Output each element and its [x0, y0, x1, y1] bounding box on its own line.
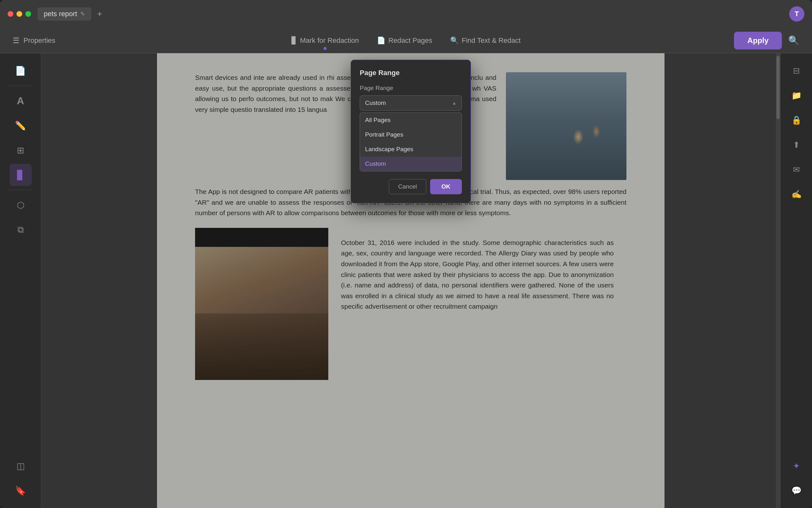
dialog-title: Page Range [360, 69, 462, 77]
search-button[interactable]: 🔍 [788, 35, 799, 46]
document-tab[interactable]: pets report ✎ [37, 7, 91, 20]
sidebar-bottom: ◫ 🔖 [9, 455, 32, 502]
sidebar-item-redact[interactable]: ▊ [9, 164, 32, 186]
properties-button[interactable]: ☰ Properties [13, 36, 55, 45]
sidebar-item-stamp[interactable]: ⬡ [9, 194, 32, 216]
right-sidebar-sign[interactable]: ✍ [785, 183, 808, 205]
option-all-pages[interactable]: All Pages [360, 113, 462, 127]
toolbar-left: ☰ Properties [13, 36, 55, 45]
sidebar-item-layers[interactable]: ⊞ [9, 139, 32, 161]
option-portrait-pages[interactable]: Portrait Pages [360, 127, 462, 142]
right-sidebar-upload[interactable]: ⬆ [785, 134, 808, 156]
maximize-button[interactable] [25, 11, 31, 17]
redact-pages-button[interactable]: 📄 Redact Pages [368, 33, 441, 48]
sidebar-item-text[interactable]: A [9, 90, 32, 112]
option-custom[interactable]: Custom [360, 157, 462, 171]
dropdown-arrow-icon: ▲ [452, 100, 456, 105]
sidebar-item-document[interactable]: 📄 [9, 59, 32, 82]
avatar: T [789, 6, 804, 22]
left-sidebar: 📄 A ✏️ ⊞ ▊ ⬡ ⧉ ◫ 🔖 [0, 53, 41, 508]
sidebar-divider-1 [8, 86, 33, 86]
active-indicator [323, 47, 327, 50]
right-sidebar-comment[interactable]: 💬 [785, 479, 808, 502]
sidebar-divider-2 [8, 190, 33, 190]
redact-pages-icon: 📄 [377, 36, 385, 45]
edit-tab-icon: ✎ [80, 10, 85, 17]
dropdown-list: All Pages Portrait Pages Landscape Pages… [360, 113, 462, 171]
sidebar-item-bookmark[interactable]: 🔖 [9, 479, 32, 502]
dialog-buttons: Cancel OK [360, 179, 462, 194]
app-window: pets report ✎ + T ☰ Properties ▊ Mark fo… [0, 0, 812, 508]
right-sidebar-lock[interactable]: 🔒 [785, 109, 808, 131]
title-bar: pets report ✎ + T [0, 0, 812, 28]
sidebar-item-edit[interactable]: ✏️ [9, 115, 32, 137]
page-range-select[interactable]: Custom ▲ [360, 95, 462, 111]
right-sidebar-star[interactable]: ✦ [785, 455, 808, 477]
dialog-overlay: Page Range Page Range Custom ▲ All Pages… [41, 53, 780, 508]
content-area: Smart devices and inte are already used … [41, 53, 780, 508]
minimize-button[interactable] [16, 11, 22, 17]
right-sidebar: ⊟ 📁 🔒 ⬆ ✉ ✍ ✦ 💬 [780, 53, 812, 508]
tab-label: pets report [44, 10, 77, 18]
right-sidebar-scan[interactable]: ⊟ [785, 59, 808, 82]
option-landscape-pages[interactable]: Landscape Pages [360, 142, 462, 157]
toolbar-right: Apply 🔍 [734, 32, 799, 49]
mark-for-redaction-button[interactable]: ▊ Mark for Redaction [283, 33, 368, 48]
add-tab-button[interactable]: + [94, 8, 105, 19]
sidebar-item-stack[interactable]: ◫ [9, 455, 32, 477]
dialog-label: Page Range [360, 85, 462, 92]
find-text-redact-button[interactable]: 🔍 Find Text & Redact [441, 33, 529, 48]
main-layout: 📄 A ✏️ ⊞ ▊ ⬡ ⧉ ◫ 🔖 Smart devices and int… [0, 53, 812, 508]
close-button[interactable] [8, 11, 13, 17]
ok-button[interactable]: OK [430, 179, 462, 194]
right-sidebar-bottom: ✦ 💬 [785, 455, 808, 502]
mark-redaction-icon: ▊ [292, 36, 297, 45]
cancel-button[interactable]: Cancel [389, 179, 426, 194]
find-text-icon: 🔍 [450, 36, 459, 45]
select-wrapper: Custom ▲ [360, 95, 462, 111]
tab-bar: pets report ✎ + [37, 7, 105, 20]
toolbar-center: ▊ Mark for Redaction 📄 Redact Pages 🔍 Fi… [283, 33, 530, 48]
page-range-dialog: Page Range Page Range Custom ▲ All Pages… [350, 59, 471, 204]
apply-button[interactable]: Apply [734, 32, 782, 49]
sidebar-item-copy[interactable]: ⧉ [9, 219, 32, 241]
traffic-lights [8, 11, 31, 17]
right-sidebar-file[interactable]: 📁 [785, 84, 808, 107]
properties-icon: ☰ [13, 36, 20, 45]
right-sidebar-mail[interactable]: ✉ [785, 159, 808, 181]
toolbar: ☰ Properties ▊ Mark for Redaction 📄 Reda… [0, 28, 812, 53]
select-value: Custom [365, 99, 386, 107]
